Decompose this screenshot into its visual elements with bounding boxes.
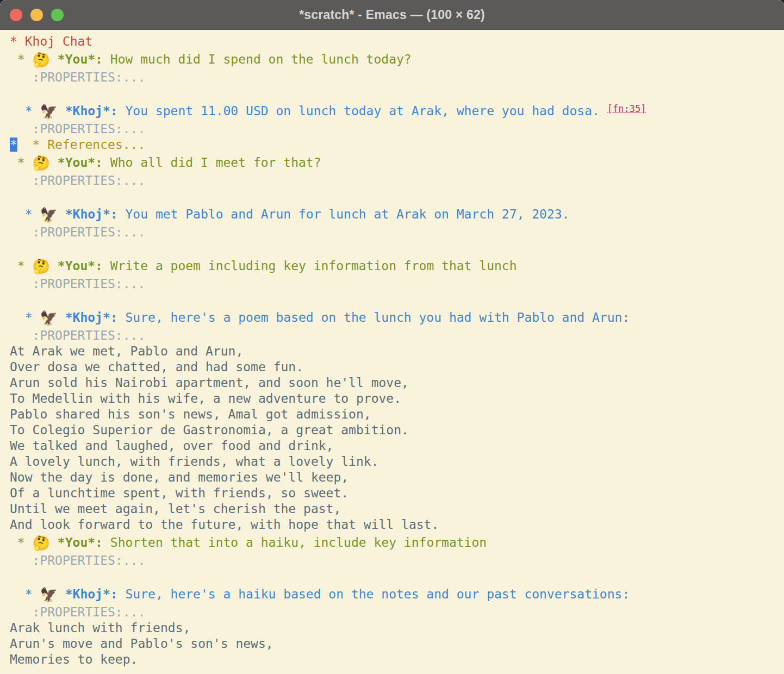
buffer-text: Pablo shared his son's news, Amal got ad…	[10, 407, 371, 421]
buffer-text: Arun sold his Nairobi apartment, and soo…	[10, 376, 409, 390]
buffer-line: :PROPERTIES:...	[10, 553, 782, 569]
thinking-face-emoji: 🤔	[33, 52, 50, 68]
buffer-line	[10, 569, 782, 584]
buffer-line: :PROPERTIES:...	[10, 121, 782, 137]
buffer-line: Over dosa we chatted, and had some fun.	[10, 359, 782, 375]
buffer-text: *Khoj*:	[65, 310, 118, 324]
buffer-text: :PROPERTIES:...	[10, 328, 145, 342]
buffer-line: And look forward to the future, with hop…	[10, 517, 782, 533]
buffer-text: You met Pablo and Arun for lunch at Arak…	[118, 207, 570, 221]
buffer-text: *	[10, 535, 33, 550]
buffer-text: Sure, here's a poem based on the lunch y…	[118, 310, 630, 324]
window-title: *scratch* - Emacs — (100 × 62)	[0, 8, 784, 22]
buffer-text: *	[10, 104, 40, 118]
buffer-line: Arun's move and Pablo's son's news,	[10, 636, 782, 652]
buffer-line: :PROPERTIES:...	[10, 604, 782, 620]
eagle-emoji: 🦅	[40, 586, 57, 603]
buffer-line: To Colegio Superior de Gastronomia, a gr…	[10, 422, 782, 438]
buffer-text: :PROPERTIES:...	[10, 70, 145, 84]
buffer-line: :PROPERTIES:...	[10, 224, 782, 240]
buffer-text: *You*:	[58, 155, 103, 170]
buffer-text	[50, 535, 58, 550]
buffer-line: * Khoj Chat	[10, 34, 782, 49]
buffer-text	[50, 52, 58, 66]
buffer-text: *	[10, 207, 40, 221]
buffer-text	[58, 587, 65, 601]
buffer-text: *	[10, 587, 40, 601]
buffer-text: To Colegio Superior de Gastronomia, a gr…	[10, 423, 409, 437]
buffer-text: *Khoj*:	[65, 587, 118, 601]
emacs-window: *scratch* - Emacs — (100 × 62) * Khoj Ch…	[0, 0, 784, 674]
buffer-text: *	[10, 259, 33, 273]
buffer-text: * Khoj Chat	[10, 34, 92, 48]
buffer-text: Shorten that into a haiku, include key i…	[103, 535, 487, 550]
buffer-line: Now the day is done, and memories we'll …	[10, 470, 782, 485]
buffer-line	[10, 189, 782, 204]
buffer-text: Who all did I meet for that?	[103, 155, 321, 170]
buffer-text: We talked and laughed, over food and dri…	[10, 439, 333, 453]
buffer-line	[10, 292, 782, 308]
buffer-text: :PROPERTIES:...	[10, 553, 145, 567]
buffer-line: :PROPERTIES:...	[10, 173, 782, 189]
buffer-text: :PROPERTIES:...	[10, 173, 145, 188]
buffer-line: :PROPERTIES:...	[10, 70, 782, 85]
buffer-line: * 🦅 *Khoj*: You spent 11.00 USD on lunch…	[10, 101, 782, 121]
buffer-line: * 🤔 *You*: Shorten that into a haiku, in…	[10, 533, 782, 553]
buffer-text: :PROPERTIES:...	[10, 277, 145, 291]
buffer-line	[10, 85, 782, 101]
thinking-face-emoji: 🤔	[33, 155, 50, 171]
title-bar[interactable]: *scratch* - Emacs — (100 × 62)	[0, 0, 784, 30]
buffer-text	[50, 259, 58, 273]
buffer-line: To Medellin with his wife, a new adventu…	[10, 391, 782, 407]
buffer-text: :PROPERTIES:...	[10, 225, 145, 239]
buffer-text: *	[10, 310, 40, 324]
buffer-text: At Arak we met, Pablo and Arun,	[10, 344, 243, 358]
buffer-text: Write a poem including key information f…	[103, 259, 517, 273]
buffer-text: You spent 11.00 USD on lunch today at Ar…	[118, 104, 607, 118]
buffer-text: Sure, here's a haiku based on the notes …	[118, 587, 630, 601]
buffer-text: How much did I spend on the lunch today?	[103, 52, 412, 66]
zoom-button[interactable]	[51, 9, 64, 21]
buffer-line: * * References...	[10, 137, 782, 153]
buffer-text: *	[10, 155, 33, 170]
buffer-text: *You*:	[58, 535, 103, 550]
buffer-text: *Khoj*:	[65, 207, 118, 221]
buffer-text: Now the day is done, and memories we'll …	[10, 470, 349, 484]
buffer-text: Arun's move and Pablo's son's news,	[10, 636, 273, 651]
eagle-emoji: 🦅	[40, 310, 57, 326]
buffer-line	[10, 240, 782, 256]
buffer-line: A lovely lunch, with friends, what a lov…	[10, 454, 782, 470]
eagle-emoji: 🦅	[40, 207, 57, 223]
buffer-text: And look forward to the future, with hop…	[10, 517, 439, 532]
buffer-line: Arak lunch with friends,	[10, 620, 782, 636]
eagle-emoji: 🦅	[40, 103, 57, 120]
buffer-line: Of a lunchtime spent, with friends, so s…	[10, 485, 782, 501]
buffer-text	[17, 138, 33, 152]
emacs-buffer[interactable]: * Khoj Chat * 🤔 *You*: How much did I sp…	[0, 30, 784, 667]
buffer-text: A lovely lunch, with friends, what a lov…	[10, 454, 379, 469]
close-button[interactable]	[10, 9, 22, 21]
buffer-text: Until we meet again, let's cherish the p…	[10, 502, 341, 516]
footnote-link[interactable]: [fn:35]	[607, 103, 646, 114]
buffer-line: * 🤔 *You*: How much did I spend on the l…	[10, 49, 782, 70]
buffer-text: To Medellin with his wife, a new adventu…	[10, 391, 401, 405]
thinking-face-emoji: 🤔	[33, 535, 50, 551]
buffer-text	[58, 310, 65, 324]
buffer-text	[58, 207, 65, 221]
buffer-text: *	[10, 52, 33, 66]
minimize-button[interactable]	[30, 9, 43, 21]
references-heading[interactable]: * References...	[33, 138, 146, 152]
buffer-text: :PROPERTIES:...	[10, 605, 145, 619]
buffer-line: We talked and laughed, over food and dri…	[10, 438, 782, 454]
buffer-text: Arak lunch with friends,	[10, 621, 190, 635]
buffer-line: :PROPERTIES:...	[10, 328, 782, 344]
buffer-line: Pablo shared his son's news, Amal got ad…	[10, 407, 782, 422]
buffer-line: Memories to keep.	[10, 652, 782, 667]
buffer-text	[58, 104, 65, 118]
buffer-line: :PROPERTIES:...	[10, 276, 782, 292]
buffer-text: Of a lunchtime spent, with friends, so s…	[10, 486, 349, 500]
thinking-face-emoji: 🤔	[33, 258, 50, 274]
buffer-line: * 🦅 *Khoj*: Sure, here's a poem based on…	[10, 308, 782, 328]
buffer-line: Until we meet again, let's cherish the p…	[10, 501, 782, 517]
buffer-line: At Arak we met, Pablo and Arun,	[10, 344, 782, 359]
